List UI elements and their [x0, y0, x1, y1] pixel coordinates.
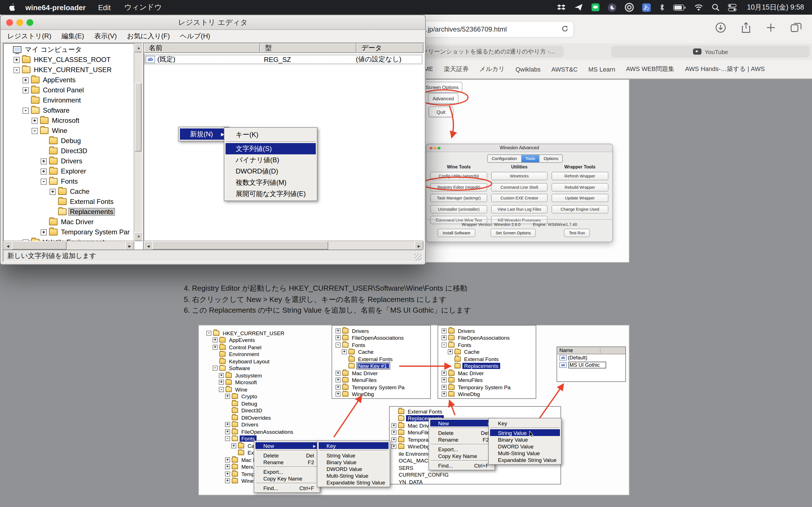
dropbox-icon[interactable]	[557, 4, 566, 11]
menu-item[interactable]: キー(K)	[225, 129, 316, 140]
horizontal-scrollbar[interactable]: ◀ ▶	[3, 240, 134, 249]
tree-item[interactable]: +Mac Driver	[442, 370, 536, 377]
tree-item[interactable]: Debug	[206, 400, 296, 407]
expand-plus-icon[interactable]: +	[336, 392, 341, 397]
tree-item[interactable]: -Software	[206, 365, 296, 372]
tree-item[interactable]: +MenuFiles	[336, 377, 430, 384]
scroll-right-icon[interactable]: ▶	[414, 241, 423, 250]
tree-item[interactable]: -Fonts	[4, 176, 134, 186]
wineskin-button[interactable]: Task Manager (taskmgr)	[430, 194, 487, 202]
collapse-minus-icon[interactable]: -	[22, 107, 29, 114]
tree-item[interactable]: +Explorer	[4, 166, 134, 176]
collapse-minus-icon[interactable]: -	[442, 342, 447, 348]
scrollbar-thumb[interactable]	[12, 241, 66, 249]
tree-item[interactable]: +Cache	[442, 348, 536, 355]
menu-item[interactable]: DeleteDel	[430, 429, 493, 436]
tab-options[interactable]: Options	[540, 155, 562, 162]
regedit-menu[interactable]: レジストリ(R)	[7, 31, 51, 41]
close-icon[interactable]	[430, 147, 432, 149]
expand-plus-icon[interactable]: +	[336, 378, 341, 383]
menu-item[interactable]: 展開可能な文字列値(E)	[225, 188, 316, 200]
wineskin-bottom-button[interactable]: Install Software	[438, 229, 475, 237]
regedit-title-bar[interactable]: レジストリ エディタ	[1, 15, 425, 30]
menu-item[interactable]: 新規(N)▶	[180, 128, 227, 140]
wineskin-button[interactable]: Custom EXE Creator	[491, 194, 548, 202]
focus-moon-icon[interactable]	[608, 3, 616, 11]
collapse-minus-icon[interactable]: -	[336, 342, 341, 348]
tree-item[interactable]: +FileOpenAssociations	[336, 334, 430, 341]
expand-plus-icon[interactable]: +	[13, 57, 20, 63]
tree-item[interactable]: Replacements	[442, 362, 536, 370]
wineskin-button[interactable]: Uninstaller (uninstaller)	[430, 205, 487, 213]
favorite-bookmark[interactable]: MS Learn	[589, 66, 615, 72]
wineskin-button[interactable]: Config Utility (winecfg)	[430, 172, 487, 180]
tree-item[interactable]: Debug	[4, 136, 134, 146]
scroll-left-icon[interactable]: ◀	[144, 241, 153, 250]
wineskin-button[interactable]: Update Wrapper	[552, 194, 608, 202]
menu-item[interactable]: Export...	[430, 446, 493, 452]
tree-item[interactable]: +HKEY_CLASSES_ROOT	[4, 55, 134, 65]
favorite-bookmark[interactable]: メルカリ	[479, 65, 505, 73]
expand-plus-icon[interactable]: +	[219, 380, 224, 385]
tree-item[interactable]: +Drivers	[442, 327, 536, 334]
bluetooth-icon[interactable]	[659, 3, 665, 11]
tree-item[interactable]: +Drivers	[206, 421, 296, 428]
tree-item[interactable]: -Wine	[206, 386, 296, 393]
expand-plus-icon[interactable]: +	[225, 394, 230, 399]
tree-item[interactable]: +Volatile Environment	[4, 237, 134, 241]
expand-plus-icon[interactable]: +	[231, 443, 236, 448]
wineskin-button[interactable]: View Last Run Log Files	[491, 205, 548, 213]
expand-plus-icon[interactable]: +	[391, 423, 396, 428]
favorite-bookmark[interactable]: AWS Hands-…築する | AWS	[685, 65, 765, 73]
menu-item[interactable]: Binary Value	[490, 436, 560, 443]
menu-item[interactable]: Binary Value	[319, 459, 389, 465]
menu-item[interactable]: Multi-String Value	[490, 450, 560, 456]
zoom-icon[interactable]	[438, 147, 440, 149]
expand-plus-icon[interactable]: +	[22, 77, 29, 83]
horizontal-scrollbar[interactable]: ◀ ▶	[144, 240, 423, 249]
menu-item[interactable]: RenameF2	[430, 436, 493, 443]
favorite-bookmark[interactable]: AWST&C	[551, 66, 577, 72]
scrollbar-thumb[interactable]	[152, 241, 328, 249]
search-icon[interactable]	[711, 3, 719, 11]
expand-plus-icon[interactable]: +	[336, 385, 341, 390]
expand-plus-icon[interactable]: +	[219, 373, 224, 378]
menu-item[interactable]: Find...Ctrl+F	[255, 485, 319, 491]
expand-plus-icon[interactable]: +	[225, 429, 230, 434]
expand-plus-icon[interactable]: +	[22, 87, 29, 93]
favorite-bookmark[interactable]: AWS WEB問題集	[626, 65, 674, 73]
expand-plus-icon[interactable]: +	[213, 338, 218, 343]
collapse-minus-icon[interactable]: -	[213, 366, 218, 371]
tree-item[interactable]: +Temporary System Pa	[336, 384, 430, 391]
browser-tab-youtube[interactable]: YouTube	[611, 46, 810, 57]
input-source-icon[interactable]: あ	[642, 3, 651, 11]
tree-item[interactable]: +Microsoft	[4, 115, 134, 126]
tab-tools[interactable]: Tools	[521, 155, 540, 162]
tree-item[interactable]: -Fonts	[336, 341, 430, 348]
tree-item[interactable]: Direct3D	[206, 407, 296, 414]
collapse-minus-icon[interactable]: -	[219, 387, 224, 392]
expand-plus-icon[interactable]: +	[442, 335, 447, 341]
menubar-menu-window[interactable]: ウィンドウ	[124, 2, 162, 12]
column-header-type[interactable]: 型	[260, 43, 356, 53]
menu-item[interactable]: Multi-String Value	[319, 472, 389, 479]
minimize-icon[interactable]	[434, 147, 436, 149]
tree-item[interactable]: +Drivers	[4, 156, 134, 166]
column-header-name[interactable]: 名前	[144, 43, 260, 53]
collapse-minus-icon[interactable]: -	[32, 128, 38, 134]
line-status-icon[interactable]	[591, 3, 599, 11]
apple-menu-icon[interactable]	[8, 3, 15, 11]
wineskin-button[interactable]: Refresh Wrapper	[552, 172, 608, 180]
wineskin-bottom-button[interactable]: Set Screen Options	[491, 229, 536, 237]
expand-plus-icon[interactable]: +	[442, 378, 447, 383]
wineskin-button[interactable]: Command Line Shell	[491, 183, 548, 191]
tree-item[interactable]: +FileOpenAssociations	[442, 334, 536, 341]
tree-item[interactable]: +FileOpenAssociations	[206, 428, 296, 435]
new-tab-icon[interactable]	[766, 22, 776, 33]
regedit-menu[interactable]: ヘルプ(H)	[180, 31, 210, 41]
tree-item[interactable]: Keyboard Layout	[206, 358, 296, 365]
tree-item[interactable]: -Fonts	[442, 341, 536, 348]
tree-item[interactable]: -Wine	[4, 126, 134, 136]
tree-item[interactable]: External Fonts	[336, 355, 430, 362]
tree-item[interactable]: Direct3D	[4, 146, 134, 156]
